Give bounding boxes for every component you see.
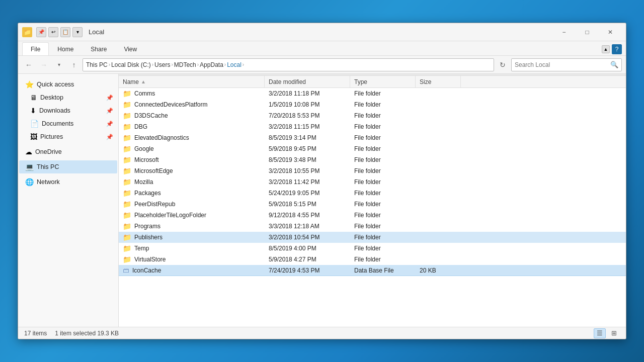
sidebar-item-thispc[interactable]: 💻 This PC — [19, 160, 117, 173]
toolbar-controls: 📌 ↩ 📋 ▾ — [36, 27, 83, 37]
properties-btn[interactable]: 📋 — [60, 27, 70, 37]
recent-locations-button[interactable]: ▾ — [52, 58, 65, 71]
file-date: 8/5/2019 4:00 PM — [265, 243, 350, 253]
table-row[interactable]: 📁 Packages 5/24/2019 9:05 PM File folder — [119, 188, 626, 199]
sidebar-item-quickaccess[interactable]: ⭐ Quick access — [19, 78, 117, 91]
selected-info: 1 item selected 19.3 KB — [55, 330, 119, 337]
window-icon: 📁 — [22, 27, 32, 37]
folder-icon: 📁 — [123, 101, 131, 109]
file-type: File folder — [350, 143, 416, 154]
tab-view[interactable]: View — [115, 42, 145, 55]
col-header-name[interactable]: Name ▲ — [119, 76, 265, 87]
col-header-size[interactable]: Size — [416, 76, 461, 87]
file-size — [416, 199, 461, 209]
search-box[interactable]: 🔍 — [511, 58, 622, 71]
file-name: 📁 Publishers — [119, 232, 265, 242]
close-button[interactable]: ✕ — [599, 23, 622, 41]
table-row[interactable]: 📁 Programs 3/3/2018 12:18 AM File folder — [119, 221, 626, 232]
file-size — [416, 165, 461, 176]
sidebar-thispc-label: This PC — [37, 163, 59, 170]
col-header-type[interactable]: Type — [350, 76, 416, 87]
sidebar-item-downloads[interactable]: ⬇ Downloads 📌 — [19, 104, 117, 117]
documents-icon: 📄 — [30, 120, 39, 128]
sidebar-item-documents[interactable]: 📄 Documents 📌 — [19, 117, 117, 130]
folder-icon: 📁 — [123, 89, 131, 98]
table-row[interactable]: 📁 Temp 8/5/2019 4:00 PM File folder — [119, 243, 626, 254]
sidebar-item-pictures[interactable]: 🖼 Pictures 📌 — [19, 130, 117, 143]
breadcrumb-sep-6: › — [243, 62, 244, 67]
dropdown-btn[interactable]: ▾ — [72, 27, 83, 37]
file-name: 📁 Microsoft — [119, 154, 265, 165]
file-date: 5/24/2019 9:05 PM — [265, 188, 350, 198]
table-row[interactable]: 📁 VirtualStore 5/9/2018 4:27 PM File fol… — [119, 254, 626, 265]
ribbon-collapse-btn[interactable]: ▲ — [602, 45, 610, 53]
file-date: 5/9/2018 9:45 PM — [265, 143, 350, 154]
col-header-date[interactable]: Date modified — [265, 76, 350, 87]
file-type: File folder — [350, 232, 416, 242]
breadcrumb-sep-5: › — [224, 62, 226, 67]
file-date: 5/9/2018 5:15 PM — [265, 199, 350, 209]
back-button[interactable]: ← — [22, 58, 35, 71]
sidebar-item-network[interactable]: 🌐 Network — [19, 175, 117, 189]
sidebar-item-desktop[interactable]: 🖥 Desktop 📌 — [19, 91, 117, 104]
table-row[interactable]: 📁 D3DSCache 7/20/2018 5:53 PM File folde… — [119, 110, 626, 121]
tab-share[interactable]: Share — [82, 42, 115, 55]
breadcrumb-item-appdata[interactable]: AppData — [200, 61, 223, 68]
file-date: 8/5/2019 3:48 PM — [265, 154, 350, 165]
breadcrumb-sep-3: › — [171, 62, 173, 67]
table-row[interactable]: 📁 Google 5/9/2018 9:45 PM File folder — [119, 143, 626, 154]
file-date: 3/2/2018 10:55 PM — [265, 165, 350, 176]
breadcrumb-item-localdisk[interactable]: Local Disk (C:) — [111, 61, 151, 68]
table-row[interactable]: 📁 PlaceholderTileLogoFolder 9/12/2018 4:… — [119, 210, 626, 221]
table-row[interactable]: 📁 Publishers 3/2/2018 10:54 PM File fold… — [119, 232, 626, 243]
forward-button[interactable]: → — [37, 58, 50, 71]
file-size — [416, 154, 461, 165]
help-button[interactable]: ? — [612, 44, 622, 54]
search-input[interactable] — [515, 61, 608, 68]
table-row[interactable]: 📁 Microsoft 8/5/2019 3:48 PM File folder — [119, 154, 626, 165]
refresh-button[interactable]: ↻ — [496, 58, 509, 71]
table-row[interactable]: 🗃 IconCache 7/24/2019 4:53 PM Data Base … — [119, 265, 626, 276]
file-type: File folder — [350, 221, 416, 231]
quick-access-toggle[interactable]: 📌 — [36, 27, 46, 37]
search-icon[interactable]: 🔍 — [610, 61, 618, 68]
view-controls: ☰ ⊞ — [594, 328, 620, 338]
file-name: 📁 PlaceholderTileLogoFolder — [119, 210, 265, 220]
file-name: 📁 VirtualStore — [119, 254, 265, 264]
table-row[interactable]: 📁 Comms 3/2/2018 11:18 PM File folder — [119, 88, 626, 99]
undo-btn[interactable]: ↩ — [48, 27, 58, 37]
file-type: File folder — [350, 121, 416, 132]
downloads-icon: ⬇ — [30, 107, 36, 115]
details-view-button[interactable]: ☰ — [594, 328, 606, 338]
sort-arrow-name: ▲ — [141, 79, 146, 84]
table-row[interactable]: 📁 MicrosoftEdge 3/2/2018 10:55 PM File f… — [119, 165, 626, 176]
folder-icon: 📁 — [123, 255, 131, 263]
folder-icon: 📁 — [123, 189, 131, 197]
window-title: Local — [89, 28, 104, 36]
breadcrumb-item-mdtech[interactable]: MDTech — [174, 61, 196, 68]
address-breadcrumb[interactable]: This PC › Local Disk (C:) › Users › MDTe… — [83, 58, 494, 71]
sidebar-item-onedrive[interactable]: ☁ OneDrive — [19, 145, 117, 158]
breadcrumb-item-thispc[interactable]: This PC — [86, 61, 108, 68]
breadcrumb-item-local[interactable]: Local — [227, 61, 242, 68]
star-icon: ⭐ — [25, 80, 34, 88]
tab-file[interactable]: File — [22, 42, 49, 55]
sidebar-network-label: Network — [37, 178, 60, 186]
thispc-icon: 💻 — [25, 163, 34, 171]
file-type: File folder — [350, 254, 416, 264]
table-row[interactable]: 📁 PeerDistRepub 5/9/2018 5:15 PM File fo… — [119, 199, 626, 210]
large-icons-button[interactable]: ⊞ — [608, 328, 620, 338]
up-button[interactable]: ↑ — [67, 58, 80, 71]
window-buttons: − □ ✕ — [552, 23, 622, 41]
maximize-button[interactable]: □ — [576, 23, 599, 41]
table-row[interactable]: 📁 ConnectedDevicesPlatform 1/5/2019 10:0… — [119, 99, 626, 110]
minimize-button[interactable]: − — [552, 23, 576, 41]
table-row[interactable]: 📁 Mozilla 3/2/2018 11:42 PM File folder — [119, 176, 626, 188]
table-row[interactable]: 📁 DBG 3/2/2018 11:15 PM File folder — [119, 121, 626, 132]
table-row[interactable]: 📁 ElevatedDiagnostics 8/5/2019 3:14 PM F… — [119, 132, 626, 143]
file-type: File folder — [350, 165, 416, 176]
tab-home[interactable]: Home — [49, 42, 82, 55]
breadcrumb-item-users[interactable]: Users — [154, 61, 170, 68]
folder-icon: 📁 — [123, 211, 131, 219]
file-name: 📁 Programs — [119, 221, 265, 231]
